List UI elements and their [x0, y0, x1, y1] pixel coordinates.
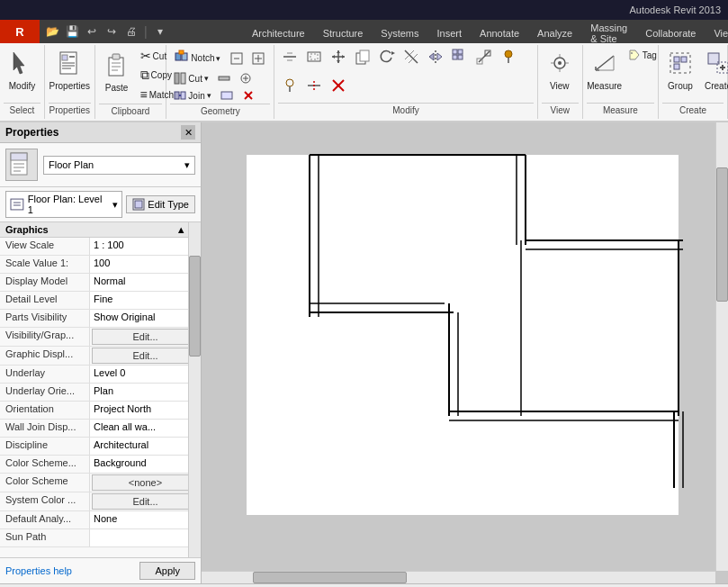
unpin-btn[interactable]	[278, 76, 301, 95]
delete-btn[interactable]	[327, 76, 350, 95]
svg-marker-42	[337, 60, 340, 63]
properties-vscrollbar-thumb[interactable]	[189, 256, 201, 357]
title-text: Autodesk Revit 2013	[629, 5, 721, 15]
properties-vscrollbar[interactable]	[188, 222, 201, 557]
mirror-btn[interactable]	[424, 47, 447, 67]
prop-value-color-scheme[interactable]: <none>	[92, 474, 199, 491]
tab-architecture[interactable]: Architecture	[243, 23, 314, 43]
trim-btn[interactable]	[400, 47, 423, 67]
geo-btn2[interactable]	[248, 50, 268, 67]
prop-value-color-scheme-location[interactable]: Background	[90, 456, 201, 473]
qa-redo-btn[interactable]: ↪	[103, 23, 121, 41]
geo-btn6[interactable]	[238, 87, 258, 104]
group-icon	[668, 50, 693, 79]
align-btn[interactable]	[278, 47, 301, 67]
tag-btn[interactable]: Tag	[625, 47, 661, 63]
qa-save-btn[interactable]: 💾	[63, 23, 81, 41]
tab-massing[interactable]: Massing & Site	[581, 23, 636, 43]
move-btn[interactable]	[327, 47, 350, 67]
prop-name-visibility: Visibility/Grap...	[0, 328, 90, 346]
create-similar-icon	[706, 50, 728, 79]
qa-more-btn[interactable]: ▾	[151, 23, 169, 41]
tab-collaborate[interactable]: Collaborate	[636, 23, 705, 43]
apply-btn[interactable]: Apply	[139, 562, 195, 580]
prop-row-wall-join: Wall Join Disp... Clean all wa...	[0, 420, 201, 438]
notch-dropdown-arrow[interactable]: ▾	[216, 54, 220, 63]
prop-value-underlay-orient[interactable]: Plan	[90, 384, 201, 401]
offset-btn[interactable]	[302, 47, 326, 67]
tab-structure[interactable]: Structure	[314, 23, 373, 43]
modify-btn[interactable]: Modify	[4, 47, 40, 95]
join-arrow[interactable]: ▾	[207, 91, 211, 100]
tab-annotate[interactable]: Annotate	[471, 23, 528, 43]
prop-value-underlay[interactable]: Level 0	[90, 366, 201, 383]
create-similar-btn[interactable]: Create	[700, 47, 728, 95]
qa-open-btn[interactable]: 📂	[43, 23, 61, 41]
geo-btn1[interactable]	[227, 50, 247, 67]
svg-marker-43	[332, 55, 335, 59]
tab-insert[interactable]: Insert	[428, 23, 472, 43]
prop-value-orientation[interactable]: Project North	[90, 402, 201, 419]
prop-value-detail-level[interactable]: Fine	[90, 292, 201, 309]
geo-btn5[interactable]	[217, 87, 237, 104]
canvas-hscrollbar-thumb[interactable]	[253, 572, 407, 583]
modify-label: Modify	[9, 81, 35, 91]
prop-value-discipline[interactable]: Architectural	[90, 438, 201, 455]
cut-geo-btn[interactable]: Cut ▾	[170, 70, 212, 86]
ribbon-group-create: Group Create Create	[659, 45, 728, 119]
prop-value-visibility[interactable]: Edit...	[92, 329, 199, 345]
tab-analyze[interactable]: Analyze	[528, 23, 581, 43]
properties-close-btn[interactable]: ✕	[181, 125, 195, 140]
properties-btn[interactable]: Properties	[49, 47, 91, 95]
prop-value-system-color[interactable]: Edit...	[92, 493, 199, 510]
prop-value-sun-path[interactable]	[90, 529, 201, 546]
prop-value-view-scale[interactable]: 1 : 100	[90, 238, 201, 255]
collapse-icon[interactable]: ▲	[176, 224, 186, 235]
group-btn[interactable]: Group	[662, 47, 698, 95]
app-button[interactable]: R	[0, 20, 40, 43]
measure-btn[interactable]: Measure	[587, 47, 623, 95]
type-dropdown-arrow[interactable]: ▾	[184, 159, 190, 171]
paste-btn[interactable]: Paste	[99, 47, 135, 96]
geo-btn3[interactable]	[214, 70, 234, 86]
scale-btn[interactable]	[472, 47, 496, 67]
floor-plan-arrow[interactable]: ▾	[112, 199, 118, 211]
pin-btn[interactable]	[497, 47, 520, 67]
prop-name-color-scheme-location: Color Scheme...	[0, 456, 90, 473]
notch-btn[interactable]: Notch ▾	[170, 47, 225, 69]
canvas-area[interactable]	[202, 122, 728, 583]
instance-row: Floor Plan: Level 1 ▾ Edit Type	[0, 187, 201, 222]
floor-plan-dropdown[interactable]: Floor Plan: Level 1 ▾	[5, 191, 122, 218]
rotate-btn[interactable]	[375, 47, 399, 67]
type-dropdown[interactable]: Floor Plan ▾	[43, 156, 195, 175]
prop-value-scale-value[interactable]: 100	[90, 256, 201, 273]
canvas-vscrollbar-thumb[interactable]	[716, 167, 728, 302]
edit-type-btn[interactable]: Edit Type	[126, 195, 195, 213]
join-btn[interactable]: Join ▾	[170, 87, 214, 104]
svg-rect-84	[674, 64, 679, 69]
cut-geo-arrow[interactable]: ▾	[204, 74, 209, 83]
prop-value-parts-visibility[interactable]: Show Original	[90, 310, 201, 327]
array-btn[interactable]	[448, 47, 472, 67]
svg-line-58	[479, 51, 490, 62]
geo-btn4[interactable]	[236, 70, 256, 86]
qa-undo-btn[interactable]: ↩	[83, 23, 101, 41]
canvas-vscrollbar[interactable]	[715, 122, 728, 571]
prop-value-default-analy[interactable]: None	[90, 511, 201, 528]
view-group-label: View	[542, 103, 579, 117]
prop-row-color-scheme-location: Color Scheme... Background	[0, 456, 201, 474]
split-btn[interactable]	[302, 76, 326, 95]
svg-rect-16	[179, 50, 184, 54]
prop-value-display-model[interactable]: Normal	[90, 274, 201, 291]
properties-help-link[interactable]: Properties help	[5, 565, 72, 576]
canvas-hscrollbar[interactable]	[202, 571, 715, 583]
prop-value-wall-join[interactable]: Clean all wa...	[90, 420, 201, 437]
view-btn[interactable]: View	[542, 47, 578, 95]
qa-print-btn[interactable]: 🖨	[122, 23, 140, 41]
tab-systems[interactable]: Systems	[372, 23, 427, 43]
copy-modify-btn[interactable]	[351, 47, 374, 67]
prop-name-underlay-orient: Underlay Orie...	[0, 384, 90, 401]
tab-view[interactable]: View	[705, 23, 728, 43]
prop-value-graphic-disp[interactable]: Edit...	[92, 348, 199, 364]
prop-name-underlay: Underlay	[0, 366, 90, 383]
